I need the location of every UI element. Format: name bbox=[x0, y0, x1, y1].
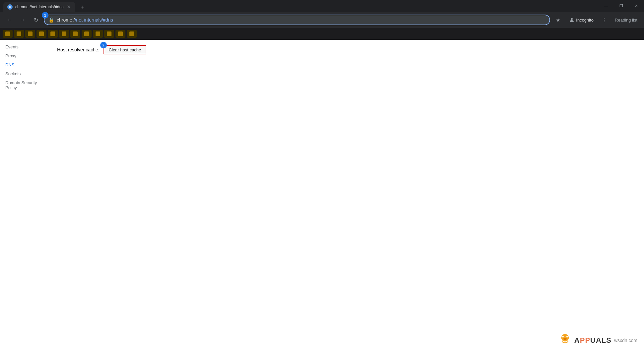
address-bar-row: ← → ↻ 1 🔒 chrome://net-internals/#dns ★ … bbox=[0, 12, 644, 28]
bookmark-item[interactable] bbox=[93, 30, 103, 38]
sidebar: Events Proxy DNS Sockets Domain Security… bbox=[0, 40, 49, 355]
bookmark-favicon bbox=[84, 31, 89, 36]
svg-point-4 bbox=[563, 338, 567, 340]
reload-button[interactable]: ↻ bbox=[31, 15, 41, 25]
bookmark-favicon bbox=[5, 31, 10, 36]
step1-badge: 1 bbox=[42, 12, 48, 19]
bookmark-favicon bbox=[39, 31, 44, 36]
svg-point-0 bbox=[571, 18, 573, 20]
incognito-icon bbox=[569, 17, 575, 23]
bookmark-item[interactable] bbox=[3, 30, 13, 38]
sidebar-item-events[interactable]: Events bbox=[0, 42, 49, 51]
clear-host-cache-button[interactable]: Clear host cache bbox=[104, 45, 147, 54]
bookmark-item[interactable] bbox=[59, 30, 69, 38]
bookmark-item[interactable] bbox=[127, 30, 137, 38]
sidebar-item-sockets[interactable]: Sockets bbox=[0, 69, 49, 78]
bookmark-favicon bbox=[118, 31, 123, 36]
sidebar-item-domain-security-policy[interactable]: Domain Security Policy bbox=[0, 78, 49, 92]
close-button[interactable]: ✕ bbox=[629, 0, 644, 12]
window-controls: — ❐ ✕ bbox=[598, 0, 644, 12]
bookmark-favicon bbox=[129, 31, 134, 36]
bookmark-item[interactable] bbox=[104, 30, 114, 38]
main-panel: Host resolver cache: 2 Clear host cache … bbox=[49, 40, 644, 355]
bookmark-item[interactable] bbox=[48, 30, 58, 38]
bookmark-favicon bbox=[107, 31, 111, 36]
bookmark-favicon bbox=[62, 31, 66, 36]
reading-list-label: Reading list bbox=[615, 18, 637, 23]
bookmark-favicon bbox=[96, 31, 100, 36]
svg-point-2 bbox=[562, 336, 564, 337]
bookmark-star-button[interactable]: ★ bbox=[553, 15, 563, 25]
tab-title: chrome://net-internals/#dns bbox=[15, 5, 63, 9]
minimize-button[interactable]: — bbox=[598, 0, 613, 12]
bookmark-favicon bbox=[28, 31, 33, 36]
bookmark-item[interactable] bbox=[36, 30, 46, 38]
lock-icon: 🔒 bbox=[48, 17, 54, 23]
sidebar-item-proxy[interactable]: Proxy bbox=[0, 51, 49, 60]
incognito-button[interactable]: Incognito bbox=[566, 15, 596, 25]
bookmark-item[interactable] bbox=[70, 30, 80, 38]
new-tab-button[interactable]: + bbox=[78, 3, 87, 12]
back-button[interactable]: ← bbox=[4, 15, 15, 25]
forward-button[interactable]: → bbox=[17, 15, 28, 25]
bookmarks-bar bbox=[0, 28, 644, 40]
dns-row: Host resolver cache: 2 Clear host cache bbox=[57, 45, 636, 54]
host-resolver-label: Host resolver cache: bbox=[57, 47, 100, 52]
watermark-logo-icon bbox=[557, 332, 573, 348]
watermark-domain: wsxdn.com bbox=[614, 338, 637, 343]
bookmark-favicon bbox=[17, 31, 21, 36]
url-prefix: chrome:/ bbox=[57, 17, 75, 23]
address-bar-wrapper: 1 🔒 chrome://net-internals/#dns bbox=[44, 15, 550, 25]
bookmark-item[interactable] bbox=[25, 30, 35, 38]
bookmark-item[interactable] bbox=[82, 30, 92, 38]
restore-button[interactable]: ❐ bbox=[613, 0, 629, 12]
browser-content: Events Proxy DNS Sockets Domain Security… bbox=[0, 40, 644, 355]
watermark-brand: APPUALS bbox=[574, 336, 611, 345]
tab-close-button[interactable]: ✕ bbox=[66, 4, 71, 10]
address-text: chrome://net-internals/#dns bbox=[57, 17, 545, 23]
incognito-label: Incognito bbox=[576, 18, 594, 23]
reading-list-button[interactable]: Reading list bbox=[612, 16, 640, 24]
step2-badge: 2 bbox=[100, 42, 107, 48]
bookmark-favicon bbox=[50, 31, 55, 36]
bookmark-item[interactable] bbox=[14, 30, 24, 38]
bookmark-favicon bbox=[73, 31, 78, 36]
watermark: APPUALS wsxdn.com bbox=[557, 332, 637, 348]
sidebar-item-dns[interactable]: DNS bbox=[0, 60, 49, 69]
menu-button[interactable]: ⋮ bbox=[599, 15, 609, 25]
bookmark-item[interactable] bbox=[115, 30, 125, 38]
tab-bar: C chrome://net-internals/#dns ✕ + bbox=[0, 0, 87, 12]
active-tab[interactable]: C chrome://net-internals/#dns ✕ bbox=[3, 2, 75, 12]
tab-favicon: C bbox=[7, 4, 13, 10]
svg-point-3 bbox=[566, 336, 568, 337]
address-bar[interactable]: 🔒 chrome://net-internals/#dns bbox=[44, 15, 550, 25]
clear-cache-btn-wrapper: 2 Clear host cache bbox=[104, 45, 147, 54]
url-main: /net-internals/#dns bbox=[75, 17, 113, 23]
title-bar: C chrome://net-internals/#dns ✕ + — ❐ ✕ bbox=[0, 0, 644, 12]
